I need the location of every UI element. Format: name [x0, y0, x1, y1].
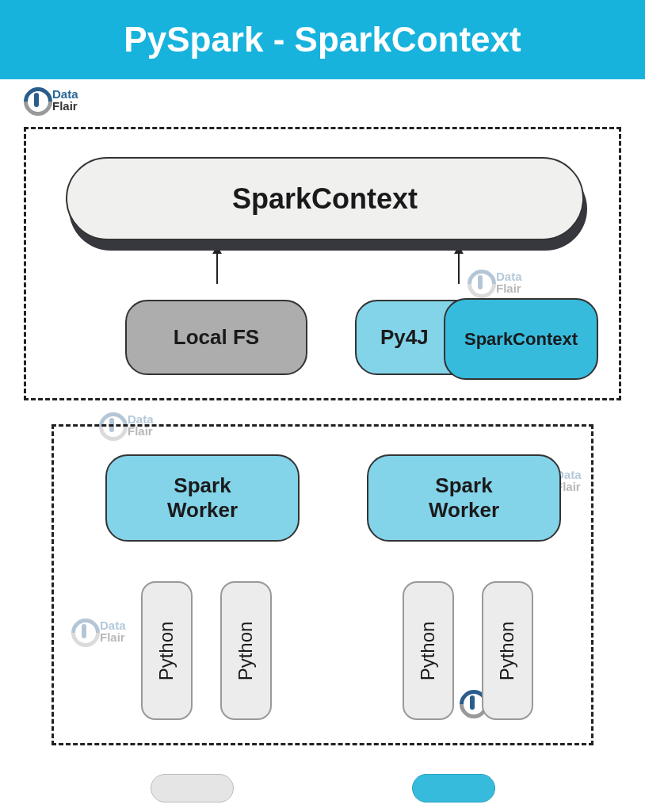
python-process-node: Python: [482, 581, 533, 720]
spark-worker-node: SparkWorker: [105, 454, 300, 542]
inner-sparkcontext-label: SparkContext: [464, 329, 578, 350]
python-label: Python: [235, 621, 258, 680]
python-process-node: Python: [403, 581, 454, 720]
dataflair-logo: Data Flair: [24, 87, 78, 113]
localfs-node: Local FS: [125, 300, 307, 375]
python-label: Python: [418, 621, 440, 680]
python-label: Python: [156, 621, 178, 680]
workers-container: SparkWorker SparkWorker Python Python Py…: [52, 424, 593, 745]
page-title: PySpark - SparkContext: [124, 20, 521, 59]
sparkcontext-node: SparkContext: [66, 157, 584, 240]
arrow-up-icon: [458, 252, 460, 284]
py4j-node: Py4J SparkContext: [355, 300, 597, 375]
spark-worker-node: SparkWorker: [367, 454, 561, 542]
sparkcontext-label: SparkContext: [232, 182, 418, 216]
spark-worker-label: SparkWorker: [167, 473, 238, 523]
localfs-label: Local FS: [174, 325, 259, 350]
py4j-label: Py4J: [380, 325, 429, 350]
arrow-up-icon: [216, 252, 218, 284]
inner-sparkcontext-node: SparkContext: [444, 298, 598, 380]
driver-container: SparkContext Local FS Py4J SparkContext: [24, 127, 621, 400]
python-label: Python: [497, 621, 519, 680]
legend-pill-grey: [151, 774, 234, 802]
legend-pill-blue: [412, 774, 495, 802]
python-process-node: Python: [141, 581, 193, 720]
python-process-node: Python: [220, 581, 272, 720]
logo-icon: [24, 87, 49, 113]
spark-worker-label: SparkWorker: [429, 473, 499, 523]
header-banner: PySpark - SparkContext: [0, 0, 645, 79]
logo-text: Data Flair: [52, 88, 78, 112]
